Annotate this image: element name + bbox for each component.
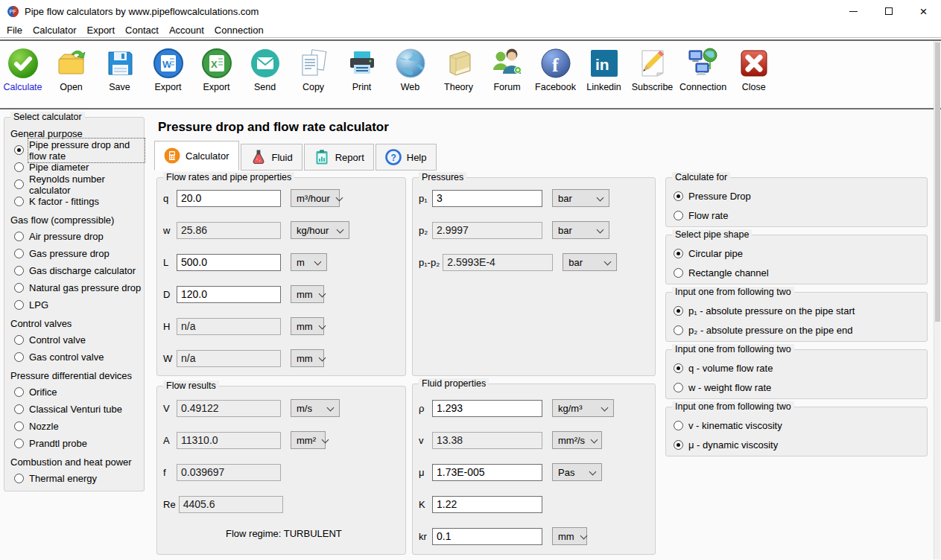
print-icon [346, 47, 378, 80]
sidebar-item-control-valve[interactable]: Control valve [7, 331, 144, 349]
option-flow-rate[interactable]: Flow rate [674, 206, 927, 224]
sidebar-group: Control valvesControl valveGas control v… [7, 318, 144, 366]
option-q-volume-flow-rate[interactable]: q - volume flow rate [674, 359, 927, 377]
toolbar-subscribe-button[interactable]: Subscribe [631, 47, 674, 92]
f-input[interactable] [177, 464, 281, 481]
menu-item-account[interactable]: Account [164, 25, 209, 36]
option-w-weight-flow-rate[interactable]: w - weight flow rate [674, 378, 927, 396]
option-pressure-drop[interactable]: Pressure Drop [674, 187, 927, 205]
p1-input[interactable] [432, 190, 542, 207]
facebook-icon: f [539, 47, 572, 80]
option-v-kinematic-viscosity[interactable]: v - kinematic viscosity [674, 416, 927, 434]
d-unit-select[interactable]: mm [291, 285, 324, 303]
kr-unit-select[interactable]: mm [552, 527, 587, 545]
toolbar-open-button[interactable]: Open [50, 47, 92, 92]
send-icon [249, 47, 282, 80]
option-p1-absolute-pressure-on-the-pipe-start[interactable]: p₁ - absolute pressure on the pipe start [674, 302, 927, 319]
tab-calculator[interactable]: Calculator [154, 141, 239, 171]
mu-unit-select[interactable]: Pas [552, 463, 602, 481]
kr-input[interactable] [432, 528, 542, 545]
toolbar-forum-button[interactable]: Forum [486, 47, 528, 92]
tab-report[interactable]: Report [304, 144, 374, 171]
p1-unit-select[interactable]: bar [552, 189, 609, 207]
chevron-down-icon [319, 355, 326, 362]
menu-item-contact[interactable]: Contact [120, 25, 164, 36]
sidebar-item-gas-discharge-calculator[interactable]: Gas discharge calculator [7, 262, 144, 279]
sidebar-item-pipe-pressure-drop-and-flow-rate[interactable]: Pipe pressure drop and flow rate [7, 141, 144, 159]
re-input[interactable] [179, 496, 283, 513]
w-input[interactable] [177, 222, 281, 239]
sidebar-item-thermal-energy[interactable]: Thermal energy [7, 470, 144, 487]
tab-fluid[interactable]: Fluid [241, 144, 302, 171]
toolbar-print-button[interactable]: Print [340, 47, 383, 92]
toolbar-web-button[interactable]: Web [389, 47, 431, 92]
sidebar-item-classical-venturi-tube[interactable]: Classical Venturi tube [7, 401, 144, 418]
option-rectangle-channel[interactable]: Rectangle channel [674, 264, 927, 281]
option-p2-absolute-pressure-on-the-pipe-end[interactable]: p₂ - absolute pressure on the pipe end [674, 321, 927, 339]
p1-p2-input[interactable] [443, 254, 553, 271]
toolbar-linkedin-button[interactable]: inLinkedin [583, 47, 625, 92]
radio-icon [14, 352, 24, 362]
toolbar-theory-button[interactable]: Theory [437, 47, 480, 92]
mu-input[interactable] [432, 464, 542, 481]
option-mu-dynamic-viscosity[interactable]: μ - dynamic viscosity [674, 436, 927, 454]
a-input[interactable] [177, 432, 281, 449]
toolbar-calculate-button[interactable]: Calculate [1, 47, 44, 92]
menu-item-connection[interactable]: Connection [209, 25, 269, 36]
option-circular-pipe[interactable]: Circular pipe [674, 244, 927, 262]
sidebar-item-label: Pipe pressure drop and flow rate [29, 139, 144, 162]
scrollbar-thumb[interactable] [935, 42, 940, 322]
rho-unit-select[interactable]: kg/m³ [552, 399, 614, 417]
l-input[interactable] [177, 254, 281, 271]
v-input[interactable] [177, 400, 281, 417]
v-input[interactable] [432, 432, 542, 449]
sidebar-item-orifice[interactable]: Orifice [7, 384, 144, 401]
toolbar-close-button[interactable]: Close [732, 47, 775, 92]
w-unit-select[interactable]: kg/hour [291, 221, 349, 239]
rho-input[interactable] [432, 400, 542, 417]
sidebar-item-nozzle[interactable]: Nozzle [7, 418, 144, 435]
sidebar-item-reynolds-number-calculator[interactable]: Reynolds number calculator [7, 176, 144, 193]
vertical-scrollbar[interactable] [934, 41, 940, 559]
toolbar-facebook-button[interactable]: fFacebook [534, 47, 577, 92]
sidebar-item-gas-control-valve[interactable]: Gas control valve [7, 349, 144, 366]
p2-unit-select[interactable]: bar [552, 221, 609, 239]
toolbar-export-word-button[interactable]: WExport [147, 47, 189, 92]
p1-p2-unit-select[interactable]: bar [563, 253, 617, 271]
sidebar-item-prandtl-probe[interactable]: Prandtl probe [7, 435, 144, 452]
menu-item-calculator[interactable]: Calculator [28, 25, 82, 36]
toolbar-save-button[interactable]: Save [98, 47, 141, 92]
field-label: ρ [419, 403, 429, 414]
tab-help[interactable]: ?Help [376, 144, 437, 171]
maximize-button[interactable] [871, 0, 906, 22]
sidebar-item-lpg[interactable]: LPG [7, 296, 144, 314]
toolbar-connection-button[interactable]: Connection [679, 47, 726, 92]
toolbar-copy-button[interactable]: Copy [292, 47, 335, 92]
v-unit-select[interactable]: mm²/s [552, 431, 602, 449]
menu-item-export[interactable]: Export [81, 25, 120, 36]
window-controls [836, 0, 941, 22]
w-unit-select[interactable]: mm [291, 349, 324, 367]
minimize-button[interactable] [836, 0, 871, 22]
q-unit-select[interactable]: m³/hour [291, 189, 340, 207]
close-window-button[interactable] [906, 0, 941, 22]
sidebar-item-gas-pressure-drop[interactable]: Gas pressure drop [7, 245, 144, 262]
toolbar-export-excel-button[interactable]: XExport [195, 47, 238, 92]
chevron-down-icon [319, 323, 326, 330]
menu-item-file[interactable]: File [1, 25, 28, 36]
w-input[interactable] [177, 350, 281, 367]
h-input[interactable] [177, 318, 281, 335]
k-input[interactable] [432, 496, 542, 513]
d-input[interactable] [177, 286, 281, 303]
field-row-d: Dmm [163, 285, 405, 303]
option-group-4: Input one from following twoq - volume f… [665, 349, 928, 399]
a-unit-select[interactable]: mm² [291, 431, 326, 449]
sidebar-item-air-pressure-drop[interactable]: Air pressure drop [7, 228, 144, 245]
p2-input[interactable] [432, 222, 542, 239]
sidebar-item-natural-gas-pressure-drop[interactable]: Natural gas pressure drop [7, 279, 144, 296]
h-unit-select[interactable]: mm [291, 317, 324, 335]
q-input[interactable] [177, 190, 281, 207]
l-unit-select[interactable]: m [291, 253, 327, 271]
toolbar-send-button[interactable]: Send [244, 47, 286, 92]
v-unit-select[interactable]: m/s [291, 399, 340, 417]
